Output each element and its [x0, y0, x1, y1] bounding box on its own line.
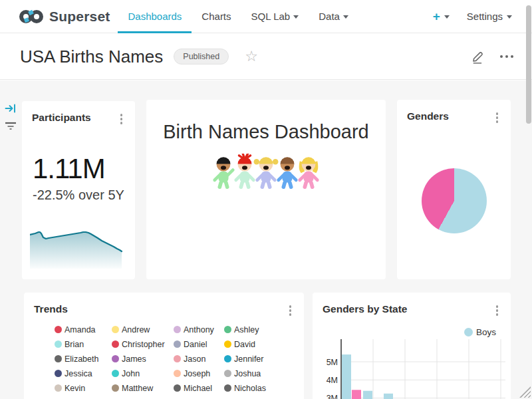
brand-name: Superset — [49, 9, 110, 25]
top-navbar: Superset Dashboards Charts SQL Lab Data … — [0, 0, 532, 33]
legend-swatch — [174, 326, 181, 333]
legend-swatch — [112, 326, 119, 333]
legend-item-elizabeth[interactable]: Elizabeth — [55, 354, 112, 364]
legend-swatch — [174, 355, 181, 362]
chart-menu-icon[interactable] — [117, 112, 126, 126]
chart-menu-icon[interactable] — [286, 303, 295, 318]
legend-swatch — [55, 370, 62, 377]
more-actions-icon[interactable] — [497, 53, 516, 61]
chevron-down-icon — [343, 15, 348, 19]
svg-text:4M: 4M — [327, 376, 338, 385]
legend-swatch — [174, 370, 181, 377]
nav-item-data[interactable]: Data — [309, 0, 358, 33]
legend-item-jessica[interactable]: Jessica — [55, 369, 112, 378]
legend-item-james[interactable]: James — [112, 354, 174, 364]
kid-figure — [296, 154, 321, 189]
trends-legend: Amanda Andrew Anthony Ashley Brian Chris… — [55, 325, 304, 399]
filter-bar-collapsed — [0, 80, 21, 399]
legend-swatch — [174, 340, 181, 348]
legend-item-kevin[interactable]: Kevin — [55, 384, 112, 393]
genders-by-state-bar-chart: 5M 4M 3M — [313, 335, 511, 399]
card-genders: Genders — [397, 100, 511, 279]
chevron-down-icon — [293, 15, 299, 19]
nav-right-group: + Settings — [433, 0, 519, 33]
page-title: USA Births Names — [20, 47, 163, 67]
big-number-subheader: -22.5% over 5Y — [33, 188, 135, 203]
card-trends: Trends Amanda Andrew Anthony Ashley Bria… — [24, 293, 304, 399]
legend-swatch — [55, 326, 62, 333]
legend-item-david[interactable]: David — [224, 340, 277, 349]
chart-menu-icon[interactable] — [493, 110, 502, 125]
legend-swatch — [112, 370, 119, 377]
legend-swatch — [55, 340, 62, 348]
genders-pie-chart[interactable] — [422, 168, 487, 233]
legend-swatch — [224, 340, 231, 348]
legend-swatch — [174, 384, 181, 392]
bar-boys[interactable] — [384, 394, 393, 399]
legend-item-brian[interactable]: Brian — [55, 340, 112, 349]
card-genders-by-state: Genders by State Boys 5M 4M 3M — [313, 293, 511, 399]
legend-item-anthony[interactable]: Anthony — [174, 325, 224, 334]
new-item-button[interactable]: + — [433, 10, 450, 23]
legend-item-andrew[interactable]: Andrew — [112, 325, 174, 334]
edit-pencil-icon[interactable] — [471, 49, 485, 64]
legend-swatch — [224, 326, 231, 333]
settings-menu[interactable]: Settings — [467, 11, 512, 22]
legend-swatch — [55, 355, 62, 362]
legend-item-daniel[interactable]: Daniel — [174, 340, 224, 349]
filter-icon[interactable] — [5, 122, 17, 131]
chart-menu-icon[interactable] — [493, 303, 502, 318]
legend-swatch — [55, 384, 62, 392]
dashboard-header: USA Births Names Published ☆ — [0, 34, 532, 80]
nav-item-charts[interactable]: Charts — [192, 0, 241, 33]
legend-swatch — [224, 384, 231, 392]
legend-item-joseph[interactable]: Joseph — [174, 369, 224, 378]
legend-swatch — [224, 355, 231, 362]
nav-item-dashboards[interactable]: Dashboards — [118, 0, 192, 33]
legend-item-jason[interactable]: Jason — [174, 354, 224, 364]
legend-item-michael[interactable]: Michael — [174, 384, 224, 393]
legend-item-christopher[interactable]: Christopher — [112, 340, 174, 349]
nav-menu: Dashboards Charts SQL Lab Data — [118, 0, 358, 33]
kids-illustration — [146, 154, 386, 189]
legend-item-amanda[interactable]: Amanda — [55, 325, 112, 334]
bar-boys[interactable] — [342, 354, 351, 399]
legend-swatch — [112, 384, 119, 392]
expand-filter-bar-icon[interactable] — [4, 102, 17, 114]
legend-item-nicholas[interactable]: Nicholas — [224, 384, 277, 393]
card-markdown: Birth Names Dashboard — [146, 100, 386, 279]
legend-item-john[interactable]: John — [112, 369, 174, 378]
legend-item-jennifer[interactable]: Jennifer — [224, 354, 277, 364]
chevron-down-icon — [507, 15, 512, 19]
markdown-heading: Birth Names Dashboard — [146, 121, 386, 143]
published-badge[interactable]: Published — [174, 49, 229, 65]
card-participants: Participants 1.11M -22.5% over 5Y — [22, 101, 135, 279]
participants-sparkline-chart[interactable] — [30, 229, 124, 269]
nav-item-sql-lab[interactable]: SQL Lab — [241, 0, 309, 33]
bar-girls[interactable] — [352, 390, 361, 399]
big-number-value: 1.11M — [33, 153, 135, 185]
chart-title: Trends — [34, 303, 68, 315]
svg-text:5M: 5M — [327, 358, 338, 367]
legend-swatch — [224, 370, 231, 377]
legend-item-ashley[interactable]: Ashley — [224, 325, 277, 334]
superset-infinity-icon — [19, 8, 44, 25]
svg-text:3M: 3M — [327, 394, 338, 399]
chart-title: Genders — [407, 110, 449, 122]
legend-item-joshua[interactable]: Joshua — [224, 369, 277, 378]
legend-swatch — [112, 340, 119, 348]
chart-title: Genders by State — [323, 303, 408, 315]
superset-logo[interactable]: Superset — [19, 0, 110, 33]
vertical-scrollbar[interactable] — [526, 5, 531, 124]
legend-item-matthew[interactable]: Matthew — [112, 384, 174, 393]
bar-boys[interactable] — [363, 391, 372, 399]
chevron-down-icon — [444, 15, 450, 19]
legend-swatch — [112, 355, 119, 362]
superset-app: Superset Dashboards Charts SQL Lab Data … — [0, 0, 532, 399]
header-actions — [471, 49, 516, 64]
chart-title: Participants — [32, 112, 91, 124]
plus-icon: + — [433, 10, 440, 23]
favorite-star-icon[interactable]: ☆ — [245, 49, 258, 64]
